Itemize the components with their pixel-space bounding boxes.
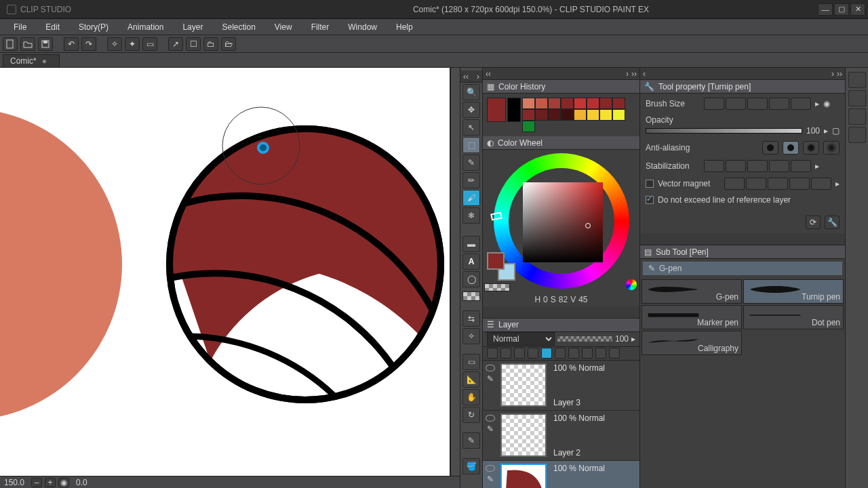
fill-tool[interactable]: 🪣 [462, 458, 480, 474]
hand-tool[interactable]: ✋ [462, 389, 480, 405]
folder-button-2[interactable]: 🗁 [221, 37, 236, 51]
eyedropper-tool[interactable]: ✎ [462, 432, 480, 449]
color-history-header[interactable]: ▦ Color History [483, 80, 639, 94]
qa-button-1[interactable] [848, 72, 866, 88]
tool-property-header[interactable]: 🔧 Tool property [Turnip pen] [640, 80, 845, 94]
sv-square[interactable] [523, 182, 603, 262]
subtool-turnip-pen[interactable]: Turnip pen [743, 279, 844, 304]
history-swatch[interactable] [561, 109, 574, 121]
aa-option-4[interactable] [823, 141, 840, 155]
layer-thumbnail[interactable] [500, 363, 547, 407]
ruler-tool[interactable]: 📐 [462, 371, 480, 388]
visibility-toggle[interactable] [486, 465, 495, 472]
layer-ref-button[interactable] [541, 348, 552, 359]
layer-merge-button[interactable] [582, 348, 593, 359]
blend-mode-select[interactable]: Normal [487, 332, 555, 346]
figure-tool[interactable]: ✧ [462, 328, 480, 344]
tool-prop-reset-button[interactable]: ⟳ [806, 216, 821, 229]
layer-more-button[interactable] [609, 348, 620, 359]
history-swatch[interactable] [599, 98, 612, 109]
subtool-marker-pen[interactable]: Marker pen [642, 305, 742, 329]
opacity-stepper-icon[interactable]: ▸ [631, 334, 635, 344]
history-swatch[interactable] [522, 121, 535, 132]
history-swatch[interactable] [574, 109, 587, 121]
layer-row[interactable]: ✎ 100 % Normal Layer 2 [483, 411, 639, 461]
stab-more-icon[interactable]: ▸ [815, 161, 819, 171]
doc-tab-close-icon[interactable]: ● [42, 56, 47, 66]
menu-selection[interactable]: Selection [212, 20, 264, 34]
zoom-fit-button[interactable]: ◉ [58, 478, 69, 487]
visibility-toggle[interactable] [486, 365, 495, 371]
doc-tab-comic[interactable]: Comic* ● [3, 54, 60, 67]
history-swatch[interactable] [612, 98, 625, 109]
transparent-swatch[interactable] [484, 283, 510, 291]
subtool-calligraphy[interactable]: Calligraphy [642, 331, 742, 355]
subtool-dot-pen[interactable]: Dot pen [743, 305, 844, 329]
layer-mask-button[interactable] [514, 348, 525, 359]
vector-magnet-checkbox[interactable] [646, 180, 654, 188]
clear-button[interactable]: ✧ [107, 37, 122, 51]
layer-ruler-button[interactable] [528, 348, 538, 359]
canvas-scrollbar-vertical[interactable] [450, 68, 460, 476]
mid-collapse-rr-icon[interactable]: ›› [631, 69, 637, 79]
save-button[interactable] [38, 37, 53, 51]
sub-color-swatch[interactable] [507, 98, 521, 122]
mid-collapse-right-icon[interactable]: › [626, 69, 629, 79]
brush-tool[interactable]: 🖌 [462, 190, 480, 206]
qa-button-3[interactable] [848, 108, 866, 125]
pen-tool[interactable]: ✎ [462, 155, 480, 171]
aa-option-1[interactable] [762, 141, 778, 155]
layer-delete-button[interactable] [595, 348, 606, 359]
menu-filter[interactable]: Filter [302, 20, 339, 34]
brush-size-link-icon[interactable]: ◉ [823, 99, 830, 108]
redo-button[interactable]: ↷ [81, 37, 96, 51]
layer-row[interactable]: ✎ 100 % Normal Layer 3 [483, 361, 639, 411]
layer-opacity-slider[interactable] [557, 336, 612, 342]
sv-cursor[interactable] [585, 223, 591, 228]
layer-newfolder-button[interactable] [500, 348, 511, 359]
toolbox-collapse-left-icon[interactable]: ‹‹ [463, 72, 469, 81]
right-collapse-r-icon[interactable]: › [831, 69, 834, 79]
menu-animation[interactable]: Animation [118, 20, 173, 34]
color-circle-icon[interactable] [626, 279, 637, 290]
history-swatch[interactable] [561, 98, 574, 109]
stabilization-segments[interactable] [704, 160, 811, 172]
subtool-g-pen[interactable]: G-pen [642, 279, 742, 304]
qa-button-4[interactable] [848, 127, 866, 143]
menu-file[interactable]: File [4, 20, 36, 34]
maximize-button[interactable]: ▢ [834, 3, 849, 16]
close-button[interactable]: ✕ [850, 3, 865, 16]
open-button[interactable] [20, 37, 35, 51]
text-tool[interactable]: A [462, 253, 480, 270]
history-swatch[interactable] [548, 98, 561, 109]
history-swatch[interactable] [535, 98, 548, 109]
history-swatch[interactable] [522, 98, 535, 109]
brush-size-segments[interactable] [704, 98, 811, 110]
misc-button-1[interactable]: ✦ [125, 37, 140, 51]
subtool-header[interactable]: ▤ Sub Tool [Pen] [640, 245, 845, 259]
current-color-swatch[interactable] [487, 98, 506, 122]
layer-thumbnail[interactable] [500, 464, 547, 489]
aa-option-2[interactable] [783, 141, 799, 155]
opacity-more-icon[interactable]: ▸ [824, 126, 828, 136]
zoom-out-button[interactable]: – [31, 478, 42, 487]
history-swatch[interactable] [548, 109, 561, 121]
opacity-link-icon[interactable]: ▢ [832, 126, 840, 136]
menu-window[interactable]: Window [338, 20, 387, 34]
undo-button[interactable]: ↶ [64, 37, 79, 51]
vector-more-icon[interactable]: ▸ [835, 179, 840, 188]
zoom-tool[interactable]: 🔍 [462, 84, 480, 100]
move-tool[interactable]: ✥ [462, 102, 480, 118]
hue-marker[interactable] [490, 212, 502, 221]
history-swatch[interactable] [599, 109, 612, 121]
color-wheel-header[interactable]: ◐ Color Wheel [483, 136, 639, 150]
frame-tool[interactable]: ▭ [462, 354, 480, 370]
fg-bg-selector[interactable] [487, 252, 515, 281]
layer-thumbnail[interactable] [500, 413, 547, 457]
aa-option-3[interactable] [803, 141, 819, 155]
zoom-in-button[interactable]: + [45, 478, 56, 487]
tool-prop-settings-button[interactable]: 🔧 [825, 216, 840, 229]
history-swatch[interactable] [612, 109, 625, 121]
brush-size-more-icon[interactable]: ▸ [815, 99, 819, 108]
opacity-slider[interactable] [646, 128, 802, 134]
